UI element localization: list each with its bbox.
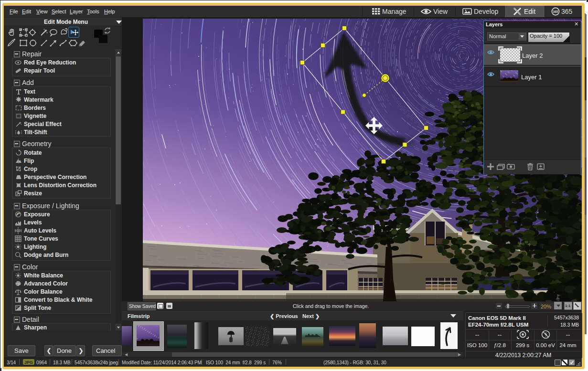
svg-text:365: 365 [553, 10, 558, 13]
